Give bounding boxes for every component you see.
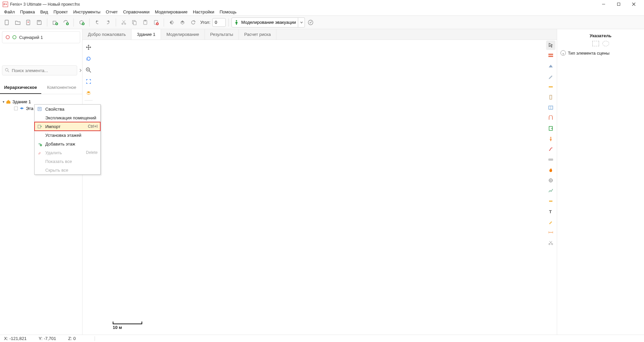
route-tool-icon[interactable] xyxy=(546,145,555,154)
context-import[interactable]: Импорт Ctrl+I xyxy=(35,122,100,131)
svg-point-46 xyxy=(550,137,551,138)
simulation-mode-dropdown[interactable] xyxy=(298,17,305,27)
new-doc-icon[interactable] xyxy=(2,17,12,27)
redo-icon[interactable] xyxy=(103,17,113,27)
chart-tool-icon[interactable] xyxy=(546,186,555,195)
menu-settings[interactable]: Настройки xyxy=(190,9,217,15)
person-tool-icon[interactable] xyxy=(546,134,555,144)
tree-tabs: Иерархическое Компонентное xyxy=(0,81,82,94)
element-type-row[interactable]: ⌄ Тип элемента сцены xyxy=(560,50,641,56)
flip-v-icon[interactable] xyxy=(177,17,187,27)
scissors-tool-icon[interactable] xyxy=(546,238,555,247)
measure-tool-icon[interactable] xyxy=(546,155,555,164)
menu-project[interactable]: Проект xyxy=(51,9,70,15)
context-delete: Удалить Delete xyxy=(35,148,100,157)
door-tool-icon[interactable] xyxy=(546,93,555,102)
menu-view[interactable]: Вид xyxy=(38,9,51,15)
canvas[interactable]: 10 м xyxy=(95,40,545,335)
close-doc-icon[interactable] xyxy=(23,17,34,27)
svg-point-60 xyxy=(551,243,553,245)
floor-icon xyxy=(19,106,24,111)
search-input[interactable] xyxy=(2,65,77,75)
pointer-tool-icon[interactable] xyxy=(546,41,555,50)
tree-item-label: Здание 1 xyxy=(12,99,31,104)
checkbox-icon[interactable] xyxy=(14,107,18,110)
delete-paste-icon[interactable] xyxy=(151,17,161,27)
flip-h-icon[interactable] xyxy=(167,17,177,27)
maximize-button[interactable] xyxy=(611,0,626,8)
status-z: Z: 0 xyxy=(68,336,75,341)
select-rect-icon[interactable] xyxy=(592,41,599,46)
pencil-tool-icon[interactable] xyxy=(546,72,555,81)
add-cube-icon[interactable] xyxy=(76,17,87,27)
text-tool-icon[interactable]: T xyxy=(546,207,555,216)
status-x: X: -121,821 xyxy=(4,336,26,341)
refresh-icon[interactable] xyxy=(84,54,93,63)
tab-modeling[interactable]: Моделирование xyxy=(161,29,205,40)
close-button[interactable] xyxy=(626,0,641,8)
rotate-icon[interactable] xyxy=(188,17,198,27)
beam-tool-icon[interactable] xyxy=(546,82,555,92)
selection-mode-icons xyxy=(560,41,641,46)
move-icon[interactable] xyxy=(84,43,93,52)
context-properties[interactable]: Свойства xyxy=(35,105,100,113)
fire-tool-icon[interactable] xyxy=(546,165,555,175)
sensor-tool-icon[interactable] xyxy=(546,196,555,206)
menu-tools[interactable]: Инструменты xyxy=(70,9,103,15)
copy-icon[interactable] xyxy=(129,17,140,27)
main-area: Сценарий 1 Иерархическое Компонентное ▾ … xyxy=(0,29,644,335)
menu-bar: Файл Правка Вид Проект Инструменты Отчет… xyxy=(0,8,644,16)
zoom-in-icon[interactable] xyxy=(84,65,93,75)
exit-tool-icon[interactable] xyxy=(546,124,555,133)
context-add-floor[interactable]: Добавить этаж xyxy=(35,139,100,148)
svg-rect-24 xyxy=(133,21,136,25)
simulation-mode-select[interactable]: Моделирование эвакуации xyxy=(231,17,298,27)
context-explication[interactable]: Экспликация помещений xyxy=(35,113,100,122)
context-set-floors[interactable]: Установка этажей xyxy=(35,131,100,139)
tab-building[interactable]: Здание 1 xyxy=(131,29,161,40)
menu-help[interactable]: Помощь xyxy=(217,9,239,15)
cut-icon[interactable] xyxy=(119,17,129,27)
add-building-icon[interactable] xyxy=(50,17,60,27)
undo-icon[interactable] xyxy=(92,17,102,27)
menu-edit[interactable]: Правка xyxy=(17,9,38,15)
paste-icon[interactable] xyxy=(140,17,150,27)
properties-icon xyxy=(37,107,43,111)
tab-hierarchical[interactable]: Иерархическое xyxy=(0,81,41,94)
wall-tool-icon[interactable] xyxy=(546,51,555,60)
tab-results[interactable]: Результаты xyxy=(205,29,239,40)
context-item-label: Свойства xyxy=(45,107,98,112)
expand-icon[interactable]: ▾ xyxy=(3,100,4,104)
menu-report[interactable]: Отчет xyxy=(103,9,120,15)
search-expand-button[interactable] xyxy=(78,65,83,75)
select-lasso-icon[interactable] xyxy=(602,41,609,46)
scenario-selector[interactable]: Сценарий 1 xyxy=(2,31,80,43)
svg-rect-40 xyxy=(548,56,553,57)
roof-tool-icon[interactable] xyxy=(546,61,555,71)
tree-item-building[interactable]: ▾ Здание 1 xyxy=(3,98,79,105)
scenario-status-green-icon xyxy=(12,35,16,39)
save-icon[interactable] xyxy=(34,17,44,27)
opening-tool-icon[interactable] xyxy=(546,113,555,123)
app-icon: F+ xyxy=(3,2,8,7)
building-icon xyxy=(6,99,11,104)
dimension-tool-icon[interactable] xyxy=(546,228,555,237)
check-icon[interactable] xyxy=(306,17,316,27)
target-tool-icon[interactable] xyxy=(546,176,555,185)
open-icon[interactable] xyxy=(13,17,23,27)
add-scenario-icon[interactable] xyxy=(61,17,71,27)
draw-tool-icon[interactable] xyxy=(546,217,555,227)
fit-screen-icon[interactable] xyxy=(84,77,93,86)
tab-risk[interactable]: Расчет риска xyxy=(239,29,276,40)
menu-references[interactable]: Справочники xyxy=(120,9,152,15)
angle-input[interactable] xyxy=(212,18,226,27)
layers-icon[interactable] xyxy=(84,88,93,98)
tab-component[interactable]: Компонентное xyxy=(41,81,83,94)
menu-modeling[interactable]: Моделирование xyxy=(152,9,190,15)
minimize-button[interactable] xyxy=(596,0,611,8)
tab-welcome[interactable]: Добро пожаловать xyxy=(83,29,131,40)
svg-line-21 xyxy=(123,20,125,23)
window-tool-icon[interactable] xyxy=(546,103,555,112)
menu-file[interactable]: Файл xyxy=(1,9,17,15)
angle-label: Угол: xyxy=(200,20,210,25)
